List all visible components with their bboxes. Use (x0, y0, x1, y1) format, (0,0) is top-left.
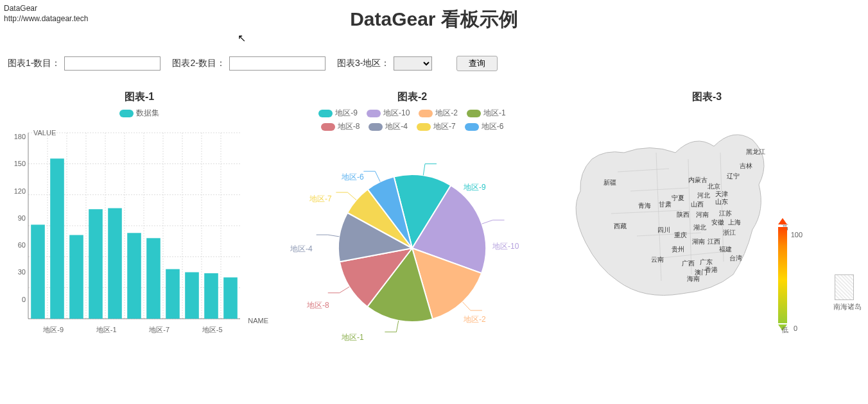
chart-1-x-ticks: 地区-9地区-1地区-7地区-5 (27, 325, 239, 335)
chart-1-y-axis-label: VALUE (33, 129, 56, 137)
legend-swatch-icon (419, 110, 433, 117)
svg-rect-22 (89, 209, 103, 319)
filter-form: 图表1-数目： 图表2-数目： 图表3-地区： 查询 (0, 33, 868, 78)
legend-item[interactable]: 地区-8 (321, 121, 360, 132)
chart-1-bars[interactable] (8, 124, 265, 329)
field2-label: 图表2-数目： (172, 58, 225, 69)
visualmap-max-label: 100 (791, 231, 803, 239)
chart-3-title: 图表-3 (553, 90, 860, 104)
visualmap-low-label: 低 (781, 325, 788, 335)
chart-1-legend[interactable]: 数据集 (8, 108, 271, 119)
legend-swatch-icon (467, 110, 481, 117)
legend-item[interactable]: 地区-9 (318, 108, 358, 119)
svg-rect-26 (166, 269, 180, 319)
brand-url: http://www.datagear.tech (4, 14, 88, 24)
svg-rect-25 (146, 238, 161, 319)
chart-3-map[interactable]: 南海诸岛 高 低 100 0 黑龙江吉林辽宁内蒙古北京天津河北山东山西陕西河南江… (553, 108, 860, 339)
svg-rect-27 (185, 273, 199, 319)
legend-item[interactable]: 地区-2 (419, 108, 458, 119)
chart-2-legend[interactable]: 地区-9地区-10地区-2地区-1地区-8地区-4地区-7地区-6 (277, 108, 547, 132)
chart3-region-select[interactable] (394, 56, 432, 71)
legend-swatch-icon (119, 110, 134, 117)
svg-rect-23 (108, 208, 122, 319)
pie-slice-label: 地区-6 (342, 172, 364, 183)
chart-1-panel: 图表-1 数据集 VALUE NAME 1801501209060300 地区-… (8, 90, 271, 341)
svg-rect-19 (31, 224, 45, 319)
pie-slice-label: 地区-9 (464, 182, 486, 193)
chart-1-x-axis-label: NAME (248, 317, 268, 324)
pie-slice-label: 地区-8 (307, 300, 329, 311)
svg-rect-24 (127, 233, 141, 319)
page-title: DataGear 看板示例 (0, 0, 868, 33)
field3-label: 图表3-地区： (337, 58, 390, 69)
south-sea-inset (835, 274, 854, 300)
legend-item[interactable]: 地区-1 (467, 108, 506, 119)
south-sea-label: 南海诸岛 (833, 302, 862, 312)
legend-swatch-icon (318, 110, 333, 117)
legend-swatch-icon (367, 110, 381, 117)
chart-3-panel: 图表-3 南海诸岛 高 低 100 0 黑龙江吉林辽宁内蒙古北京天津河北山东山西… (553, 90, 860, 341)
svg-rect-29 (223, 278, 238, 319)
svg-rect-20 (50, 158, 64, 319)
brand-name: DataGear (4, 4, 88, 14)
chart-2-title: 图表-2 (277, 90, 547, 104)
legend-item[interactable]: 地区-7 (417, 121, 456, 132)
legend-swatch-icon (465, 123, 479, 131)
svg-rect-28 (204, 273, 218, 319)
legend-swatch-icon (321, 123, 335, 131)
visualmap-min-label: 0 (794, 324, 797, 332)
chart2-count-input[interactable] (229, 56, 326, 71)
legend-item[interactable]: 地区-6 (465, 121, 504, 132)
pie-slice-label: 地区-2 (464, 314, 486, 325)
chart-1-y-ticks: 1801501209060300 (10, 137, 26, 326)
chart-2-pie[interactable]: 地区-9地区-10地区-2地区-1地区-8地区-4地区-7地区-6 (277, 136, 547, 341)
chart-1-title: 图表-1 (8, 90, 271, 104)
pie-slice-label: 地区-10 (492, 241, 519, 252)
legend-item[interactable]: 地区-4 (369, 121, 408, 132)
chart1-count-input[interactable] (64, 56, 161, 71)
pie-slice-label: 地区-7 (309, 194, 332, 205)
legend-swatch-icon (417, 123, 431, 131)
pie-slice-label: 地区-1 (342, 332, 364, 343)
legend-swatch-icon (369, 123, 383, 131)
query-button[interactable]: 查询 (456, 56, 498, 71)
svg-rect-21 (69, 235, 83, 319)
legend-item[interactable]: 地区-10 (367, 108, 410, 119)
svg-marker-30 (778, 218, 787, 224)
pie-slice-label: 地区-4 (290, 244, 313, 255)
chart-2-panel: 图表-2 地区-9地区-10地区-2地区-1地区-8地区-4地区-7地区-6 地… (277, 90, 547, 341)
field1-label: 图表1-数目： (8, 58, 60, 69)
visualmap-bar[interactable] (778, 218, 787, 332)
